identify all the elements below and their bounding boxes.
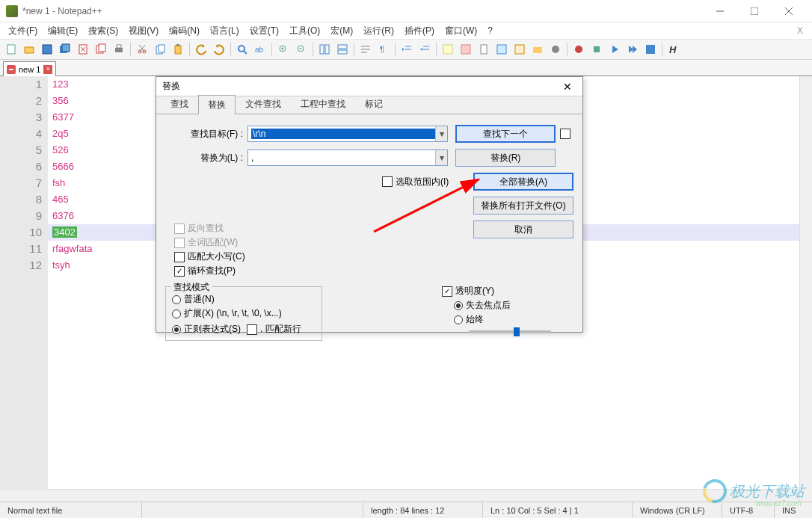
- paste-icon[interactable]: [170, 41, 186, 58]
- tab-mark[interactable]: 标记: [355, 94, 393, 114]
- sync-h-icon[interactable]: [334, 41, 351, 58]
- menubar: 文件(F) 编辑(E) 搜索(S) 视图(V) 编码(N) 语言(L) 设置(T…: [0, 22, 812, 39]
- menubar-close-icon[interactable]: X: [791, 24, 809, 37]
- unfold-icon[interactable]: [458, 41, 474, 58]
- in-selection-checkbox[interactable]: 选取范围内(I): [382, 176, 449, 188]
- bold-h-icon[interactable]: H: [665, 41, 682, 58]
- tab-find-in-project[interactable]: 工程中查找: [291, 94, 355, 114]
- menu-language[interactable]: 语言(L): [205, 23, 244, 39]
- dropdown-icon[interactable]: ▾: [435, 126, 447, 141]
- wrap-checkbox[interactable]: 循环查找(P): [174, 265, 339, 277]
- window-titlebar: *new 1 - Notepad++: [0, 0, 812, 22]
- save-all-icon[interactable]: [57, 41, 73, 58]
- tab-replace[interactable]: 替换: [198, 95, 236, 114]
- vertical-scrollbar[interactable]: [799, 76, 812, 502]
- sync-v-icon[interactable]: [316, 41, 333, 58]
- replace-all-button[interactable]: 全部替换(A): [473, 173, 573, 191]
- print-icon[interactable]: [111, 41, 127, 58]
- svg-rect-14: [117, 45, 121, 48]
- doc-list-icon[interactable]: [493, 41, 510, 58]
- svg-line-18: [139, 45, 144, 52]
- replace-input[interactable]: ,▾: [247, 149, 448, 166]
- open-icon[interactable]: [21, 41, 37, 58]
- tab-close-icon[interactable]: ×: [43, 65, 52, 74]
- minimize-button[interactable]: [703, 0, 737, 22]
- file-tab[interactable]: new 1 ×: [3, 61, 56, 76]
- save-icon[interactable]: [39, 41, 55, 58]
- match-case-checkbox[interactable]: 匹配大小写(C): [174, 250, 339, 263]
- find-icon[interactable]: [234, 41, 250, 58]
- dialog-close-icon[interactable]: ✕: [559, 81, 576, 93]
- close-file-icon[interactable]: [75, 41, 91, 58]
- copy-icon[interactable]: [152, 41, 168, 58]
- all-chars-icon[interactable]: ¶: [375, 41, 392, 58]
- transparency-slider[interactable]: [469, 330, 551, 333]
- file-tab-label: new 1: [19, 65, 40, 74]
- menu-view[interactable]: 视图(V): [123, 23, 164, 39]
- doc-map-icon[interactable]: [476, 41, 492, 58]
- outdent-icon[interactable]: [416, 41, 433, 58]
- trans-always-radio[interactable]: 始终: [454, 313, 562, 326]
- menu-window[interactable]: 窗口(W): [440, 23, 482, 39]
- cut-icon[interactable]: [134, 41, 150, 58]
- replace-icon[interactable]: ab: [252, 41, 268, 58]
- svg-point-23: [239, 46, 244, 52]
- undo-icon[interactable]: [193, 41, 209, 58]
- folder-icon[interactable]: [529, 41, 546, 58]
- tab-find-in-files[interactable]: 文件查找: [236, 94, 291, 114]
- svg-rect-21: [175, 46, 181, 54]
- menu-tools[interactable]: 工具(O): [284, 23, 325, 39]
- save-macro-icon[interactable]: [642, 41, 659, 58]
- status-eol[interactable]: Windows (CR LF): [633, 502, 722, 518]
- menu-search[interactable]: 搜索(S): [83, 23, 123, 39]
- menu-file[interactable]: 文件(F): [3, 23, 43, 39]
- mode-normal-radio[interactable]: 普通(N): [172, 293, 316, 306]
- replace-button[interactable]: 替换(R): [455, 149, 556, 167]
- func-list-icon[interactable]: [511, 41, 528, 58]
- svg-rect-33: [338, 45, 347, 49]
- wrap-icon[interactable]: [357, 41, 374, 58]
- tab-find[interactable]: 查找: [161, 94, 198, 114]
- new-icon[interactable]: [3, 41, 19, 58]
- fold-icon[interactable]: [440, 41, 456, 58]
- svg-rect-44: [461, 45, 470, 54]
- monitor-icon[interactable]: [547, 41, 564, 58]
- svg-rect-51: [646, 45, 655, 54]
- status-filetype: Normal text file: [0, 502, 142, 518]
- play-icon[interactable]: [606, 41, 623, 58]
- transparency-checkbox[interactable]: 透明度(Y): [442, 285, 562, 297]
- find-next-button[interactable]: 查找下一个: [455, 125, 556, 143]
- zoom-in-icon[interactable]: [275, 41, 292, 58]
- menu-run[interactable]: 运行(R): [358, 23, 399, 39]
- menu-encoding[interactable]: 编码(N): [164, 23, 205, 39]
- zoom-out-icon[interactable]: [293, 41, 310, 58]
- menu-settings[interactable]: 设置(T): [244, 23, 284, 39]
- menu-plugins[interactable]: 插件(P): [399, 23, 440, 39]
- document-tabbar: new 1 ×: [0, 60, 812, 76]
- svg-rect-32: [325, 45, 329, 54]
- mode-extended-radio[interactable]: 扩展(X) (\n, \r, \t, \0, \x...): [172, 307, 316, 320]
- menu-help[interactable]: ?: [482, 24, 498, 37]
- redo-icon[interactable]: [211, 41, 227, 58]
- close-button[interactable]: [772, 0, 806, 22]
- match-newline-checkbox[interactable]: . 匹配新行: [247, 323, 301, 336]
- svg-text:ab: ab: [255, 46, 264, 54]
- find-next-toggle[interactable]: [560, 129, 570, 139]
- trans-lose-focus-radio[interactable]: 失去焦点后: [454, 299, 562, 312]
- status-spacer: [142, 502, 363, 518]
- maximize-button[interactable]: [737, 0, 772, 22]
- stop-icon[interactable]: [588, 41, 605, 58]
- indent-icon[interactable]: [399, 41, 415, 58]
- replace-all-open-button[interactable]: 替换所有打开文件(O): [473, 197, 573, 215]
- menu-edit[interactable]: 编辑(E): [43, 23, 83, 39]
- close-all-icon[interactable]: [93, 41, 109, 58]
- menu-macro[interactable]: 宏(M): [325, 23, 358, 39]
- horizontal-scrollbar[interactable]: [0, 489, 799, 502]
- app-icon: [6, 5, 18, 17]
- mode-regex-radio[interactable]: 正则表达式(S): [172, 323, 241, 336]
- record-icon[interactable]: [570, 41, 587, 58]
- dropdown-icon[interactable]: ▾: [435, 150, 447, 165]
- find-input[interactable]: \r\n▾: [247, 126, 448, 142]
- play-multi-icon[interactable]: [624, 41, 641, 58]
- cancel-button[interactable]: 取消: [473, 221, 573, 238]
